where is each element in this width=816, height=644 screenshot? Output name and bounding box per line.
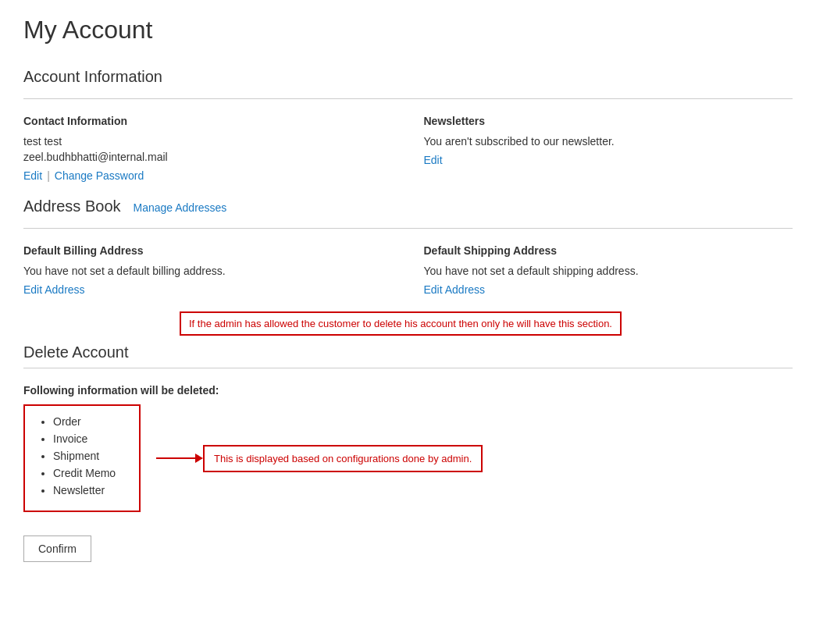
edit-billing-link[interactable]: Edit Address <box>23 283 85 296</box>
delete-divider <box>23 368 793 368</box>
link-divider: | <box>47 169 50 182</box>
address-book-title: Address Book <box>23 197 121 215</box>
confirm-button[interactable]: Confirm <box>23 535 91 562</box>
list-item: Shipment <box>53 450 123 462</box>
contact-info-col: Contact Information test test zeel.budhb… <box>23 115 393 182</box>
contact-actions: Edit | Change Password <box>23 169 393 182</box>
account-information-title: Account Information <box>23 68 162 86</box>
account-divider <box>23 98 793 99</box>
list-item: Invoice <box>53 432 123 445</box>
account-info-columns: Contact Information test test zeel.budhb… <box>23 115 793 182</box>
delete-list-wrapper: OrderInvoiceShipmentCredit MemoNewslette… <box>23 404 793 512</box>
list-item: Order <box>53 415 123 428</box>
shipping-address-col: Default Shipping Address You have not se… <box>424 244 793 296</box>
edit-newsletter-link[interactable]: Edit <box>424 154 443 166</box>
admin-annotation-side: This is displayed based on configuration… <box>203 445 483 472</box>
delete-account-section: If the admin has allowed the customer to… <box>23 311 793 562</box>
shipping-text: You have not set a default shipping addr… <box>424 265 793 277</box>
account-information-section: Account Information Contact Information … <box>23 68 793 182</box>
contact-name: test test <box>23 135 393 148</box>
edit-contact-link[interactable]: Edit <box>23 169 42 182</box>
change-password-link[interactable]: Change Password <box>55 169 144 182</box>
address-columns: Default Billing Address You have not set… <box>23 244 793 296</box>
delete-items-list: OrderInvoiceShipmentCredit MemoNewslette… <box>23 404 141 512</box>
billing-text: You have not set a default billing addre… <box>23 265 393 277</box>
edit-shipping-link[interactable]: Edit Address <box>424 283 486 296</box>
page-title: My Account <box>23 16 793 52</box>
contact-email: zeel.budhbhatti@internal.mail <box>23 151 393 163</box>
arrow-line <box>156 457 195 459</box>
arrow-annotation: This is displayed based on configuration… <box>156 445 483 472</box>
delete-account-title: Delete Account <box>23 343 793 361</box>
address-divider <box>23 228 793 229</box>
following-info-text: Following information will be deleted: <box>23 384 793 397</box>
list-item: Credit Memo <box>53 467 123 479</box>
newsletter-text: You aren't subscribed to our newsletter. <box>424 135 793 148</box>
newsletters-heading: Newsletters <box>424 115 793 127</box>
shipping-heading: Default Shipping Address <box>424 244 793 257</box>
admin-annotation-top: If the admin has allowed the customer to… <box>180 311 622 336</box>
address-book-section: Address Book Manage Addresses Default Bi… <box>23 197 793 296</box>
contact-heading: Contact Information <box>23 115 393 127</box>
billing-address-col: Default Billing Address You have not set… <box>23 244 393 296</box>
manage-addresses-link[interactable]: Manage Addresses <box>134 201 227 214</box>
list-item: Newsletter <box>53 484 123 496</box>
billing-heading: Default Billing Address <box>23 244 393 257</box>
newsletters-col: Newsletters You aren't subscribed to our… <box>424 115 793 182</box>
arrow-head-icon <box>195 454 203 463</box>
